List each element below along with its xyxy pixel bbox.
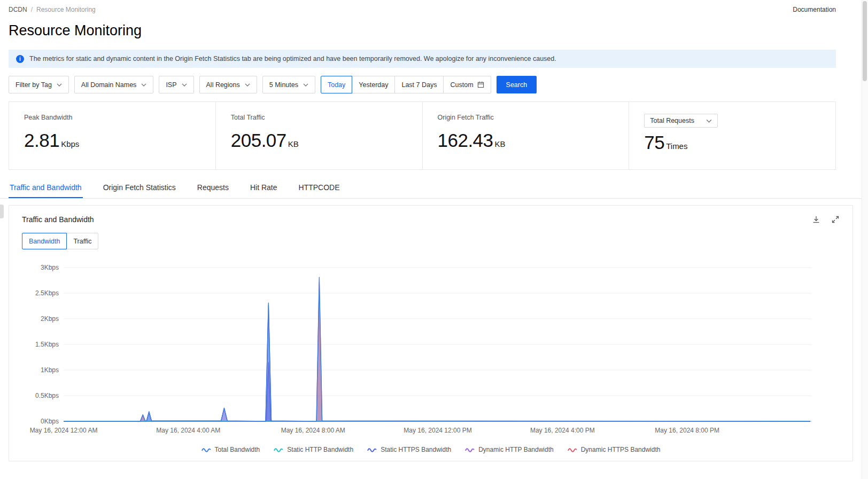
legend-static-http-bandwidth[interactable]: Static HTTP Bandwidth xyxy=(274,446,353,453)
chevron-down-icon xyxy=(706,119,712,123)
page-scrollbar[interactable] xyxy=(862,0,868,479)
range-button-yesterday[interactable]: Yesterday xyxy=(352,76,395,93)
panel-collapse-handle[interactable] xyxy=(0,205,4,218)
stat-total-traffic: Total Traffic 205.07 KB xyxy=(215,102,422,169)
tab-requests[interactable]: Requests xyxy=(196,178,230,198)
regions-dropdown[interactable]: All Regions xyxy=(199,76,257,93)
svg-text:May 16, 2024 4:00 AM: May 16, 2024 4:00 AM xyxy=(156,427,220,434)
wave-icon xyxy=(465,447,475,453)
chart-area: 0Kbps0.5Kbps1Kbps1.5Kbps2Kbps2.5Kbps3Kbp… xyxy=(22,260,840,442)
info-icon: i xyxy=(16,55,24,63)
wave-icon xyxy=(201,447,211,453)
tab-httpcode[interactable]: HTTPCODE xyxy=(298,178,341,198)
toggle-bandwidth[interactable]: Bandwidth xyxy=(22,233,67,249)
chevron-down-icon xyxy=(303,83,308,87)
stat-unit: KB xyxy=(288,139,299,148)
stat-unit: KB xyxy=(495,139,506,148)
breadcrumb-path: DCDN/Resource Monitoring xyxy=(9,6,96,13)
chart-panel-title: Traffic and Bandwidth xyxy=(22,215,94,224)
svg-text:0Kbps: 0Kbps xyxy=(41,418,59,425)
interval-dropdown[interactable]: 5 Minutes xyxy=(262,76,315,93)
svg-text:May 16, 2024 12:00 AM: May 16, 2024 12:00 AM xyxy=(30,427,98,434)
chart-panel-header: Traffic and Bandwidth xyxy=(22,215,840,224)
stat-label: Origin Fetch Traffic xyxy=(438,114,614,121)
chart-panel-actions xyxy=(812,215,840,224)
stat-value: 2.81 xyxy=(24,130,59,151)
stat-value: 75 xyxy=(644,132,664,153)
toggle-traffic[interactable]: Traffic xyxy=(66,233,98,249)
search-button[interactable]: Search xyxy=(497,76,537,93)
stat-unit: Times xyxy=(666,142,687,151)
svg-text:2.5Kbps: 2.5Kbps xyxy=(35,289,59,297)
breadcrumb-root[interactable]: DCDN xyxy=(9,6,27,13)
isp-dropdown[interactable]: ISP xyxy=(159,76,193,93)
legend-dynamic-https-bandwidth[interactable]: Dynamic HTTPS Bandwidth xyxy=(568,446,661,453)
svg-text:1Kbps: 1Kbps xyxy=(41,366,59,374)
requests-metric-select[interactable]: Total Requests xyxy=(644,114,718,128)
main-content: DCDN/Resource Monitoring Documentation R… xyxy=(0,0,862,461)
legend-dynamic-http-bandwidth[interactable]: Dynamic HTTP Bandwidth xyxy=(465,446,554,453)
bandwidth-chart: 0Kbps0.5Kbps1Kbps1.5Kbps2Kbps2.5Kbps3Kbp… xyxy=(22,260,824,439)
chevron-down-icon xyxy=(141,83,146,87)
wave-icon xyxy=(367,447,377,453)
svg-text:1.5Kbps: 1.5Kbps xyxy=(35,341,59,348)
stat-value: 162.43 xyxy=(438,130,493,151)
chevron-down-icon xyxy=(182,83,187,87)
tab-hit-rate[interactable]: Hit Rate xyxy=(249,178,278,198)
date-range-group: TodayYesterdayLast 7 DaysCustom xyxy=(321,76,491,93)
info-banner-text: The metrics for static and dynamic conte… xyxy=(29,55,556,62)
range-button-last-7-days[interactable]: Last 7 Days xyxy=(394,76,444,93)
legend-static-https-bandwidth[interactable]: Static HTTPS Bandwidth xyxy=(367,446,451,453)
calendar-icon xyxy=(477,81,484,88)
info-banner: i The metrics for static and dynamic con… xyxy=(9,50,836,68)
tab-traffic-and-bandwidth[interactable]: Traffic and Bandwidth xyxy=(9,178,83,198)
chart-panel: Traffic and Bandwidth BandwidthTraffic 0… xyxy=(9,205,853,461)
svg-text:May 16, 2024 12:00 PM: May 16, 2024 12:00 PM xyxy=(404,427,471,434)
filter-toolbar: Filter by Tag All Domain Names ISP All R… xyxy=(9,76,836,93)
page-title: Resource Monitoring xyxy=(9,22,836,39)
filter-by-tag-dropdown[interactable]: Filter by Tag xyxy=(9,76,69,93)
wave-icon xyxy=(568,447,577,453)
scrollbar-thumb[interactable] xyxy=(863,1,867,81)
wave-icon xyxy=(274,447,283,453)
chevron-down-icon xyxy=(245,83,250,87)
breadcrumb-current: Resource Monitoring xyxy=(36,6,96,13)
stat-value: 205.07 xyxy=(231,130,286,151)
svg-text:2Kbps: 2Kbps xyxy=(41,315,59,323)
breadcrumb-separator: / xyxy=(31,6,33,13)
stat-total-requests: Total Requests 75 Times xyxy=(629,102,835,169)
domain-names-dropdown[interactable]: All Domain Names xyxy=(74,76,154,93)
range-button-today[interactable]: Today xyxy=(321,76,352,93)
stat-peak-bandwidth: Peak Bandwidth 2.81 Kbps xyxy=(9,102,215,169)
documentation-link[interactable]: Documentation xyxy=(793,6,836,13)
svg-text:0.5Kbps: 0.5Kbps xyxy=(35,392,59,399)
stat-label: Total Traffic xyxy=(231,114,407,121)
legend-total-bandwidth[interactable]: Total Bandwidth xyxy=(201,446,260,453)
stat-origin-fetch-traffic: Origin Fetch Traffic 162.43 KB xyxy=(422,102,629,169)
top-section: DCDN/Resource Monitoring Documentation R… xyxy=(0,0,862,170)
download-icon[interactable] xyxy=(812,215,820,224)
stat-label: Peak Bandwidth xyxy=(24,114,200,121)
svg-text:3Kbps: 3Kbps xyxy=(41,264,59,271)
breadcrumb: DCDN/Resource Monitoring Documentation xyxy=(9,0,836,13)
range-button-custom[interactable]: Custom xyxy=(443,76,491,93)
chevron-down-icon xyxy=(57,83,62,87)
tabs: Traffic and BandwidthOrigin Fetch Statis… xyxy=(0,178,862,199)
stats-row: Peak Bandwidth 2.81 Kbps Total Traffic 2… xyxy=(9,101,836,170)
tab-origin-fetch-statistics[interactable]: Origin Fetch Statistics xyxy=(102,178,177,198)
svg-text:May 16, 2024 4:00 PM: May 16, 2024 4:00 PM xyxy=(530,427,595,434)
metric-toggle-group: BandwidthTraffic xyxy=(22,233,840,249)
expand-icon[interactable] xyxy=(831,215,840,224)
svg-text:May 16, 2024 8:00 PM: May 16, 2024 8:00 PM xyxy=(655,427,719,434)
svg-text:May 16, 2024 8:00 AM: May 16, 2024 8:00 AM xyxy=(281,427,345,434)
stat-unit: Kbps xyxy=(61,139,79,148)
chart-legend: Total BandwidthStatic HTTP BandwidthStat… xyxy=(22,446,840,453)
